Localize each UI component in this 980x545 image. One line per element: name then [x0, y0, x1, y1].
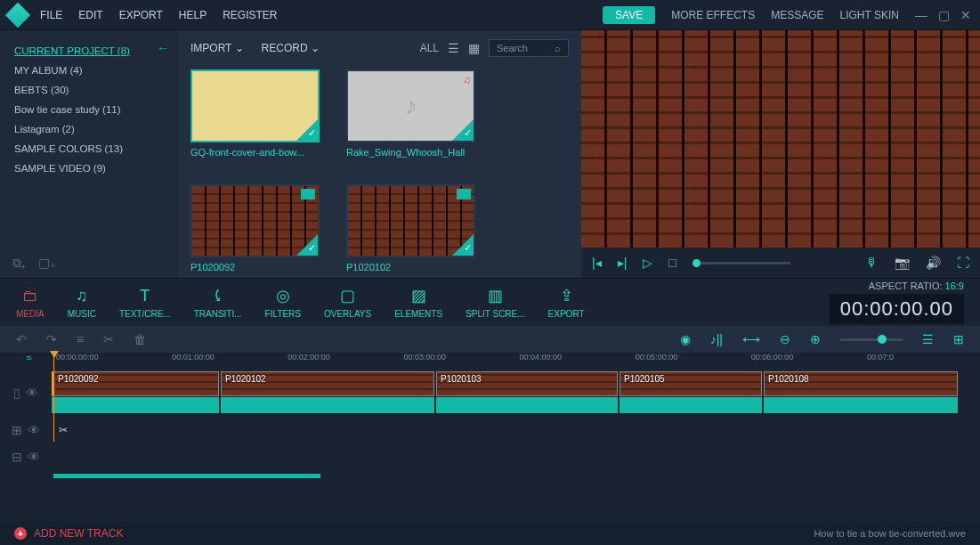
thumb-label: Rake_Swing_Whoosh_Hall [346, 147, 475, 158]
scissors-icon: ✂ [59, 424, 68, 436]
new-folder-icon[interactable]: ⧉₊ [12, 256, 26, 271]
sidebar-item-colors[interactable]: SAMPLE COLORS (13) [14, 139, 164, 159]
video-track: ▯👁 P1020092P1020102P1020103P1020105P1020… [0, 369, 980, 417]
timeline-clip[interactable]: P1020092 [52, 371, 219, 396]
sidebar-item-album[interactable]: MY ALBUM (4) [14, 61, 164, 80]
light-skin-link[interactable]: LIGHT SKIN [840, 9, 899, 21]
overlay-track-icon[interactable]: ⊞ [12, 423, 22, 437]
volume-icon[interactable]: 🔊 [926, 256, 941, 270]
menu-register[interactable]: REGISTER [223, 9, 277, 21]
timeline-clip[interactable]: P1020105 [620, 371, 762, 396]
menu-edit[interactable]: EDIT [78, 9, 102, 21]
fit-icon[interactable]: ⟷ [742, 332, 760, 346]
timecode-display: 00:00:00.00 [830, 294, 964, 324]
new-item-icon[interactable]: ▢₊ [38, 256, 56, 271]
zoom-in-icon[interactable]: ⊕ [810, 332, 821, 346]
preview-controls: |◂ ▸| ▷ □ 🎙 📷 🔊 ⛶ [581, 248, 980, 278]
progress-slider[interactable] [692, 262, 790, 264]
zoom-out-icon[interactable]: ⊖ [780, 332, 790, 346]
plus-icon: + [14, 527, 27, 540]
tab-elements[interactable]: ▨ELEMENTS [394, 286, 442, 319]
grid-view-icon[interactable]: ▦ [468, 41, 480, 55]
redo-icon[interactable]: ↷ [46, 332, 57, 346]
prev-frame-icon[interactable]: ▸| [618, 256, 628, 270]
sidebar-item-listagram[interactable]: Listagram (2) [14, 119, 164, 139]
timeline-clip[interactable]: P1020103 [436, 371, 618, 396]
app-logo [5, 2, 30, 27]
timeline-tracks: ▯👁 P1020092P1020102P1020103P1020105P1020… [0, 369, 980, 481]
playhead[interactable] [53, 353, 54, 442]
menu-icon[interactable]: ☰ [922, 332, 934, 346]
tab-music[interactable]: ♫MUSIC [68, 287, 96, 319]
list-view-icon[interactable]: ☰ [448, 41, 459, 55]
media-thumb[interactable]: P1020102 [346, 184, 475, 272]
folder-icon: 🗀 [22, 287, 38, 305]
edit-tool-icon[interactable]: ≡ [77, 332, 84, 346]
menu-export[interactable]: EXPORT [119, 9, 163, 21]
add-track-button[interactable]: + ADD NEW TRACK [14, 527, 123, 540]
record-dropdown[interactable]: RECORD ⌄ [262, 42, 320, 54]
snapshot-icon[interactable]: 📷 [895, 256, 910, 270]
goto-start-icon[interactable]: |◂ [592, 256, 602, 270]
undo-icon[interactable]: ↶ [16, 332, 27, 346]
import-dropdown[interactable]: IMPORT ⌄ [190, 42, 244, 54]
audio-track-icon[interactable]: ⊟ [12, 450, 22, 464]
close-icon[interactable]: ✕ [960, 8, 971, 22]
timeline-clip[interactable]: P1020108 [764, 371, 958, 396]
timeline-scrollbar[interactable] [53, 474, 962, 481]
main-menu: FILE EDIT EXPORT HELP REGISTER [40, 9, 278, 21]
audio-track: ⊟👁 [0, 443, 980, 470]
menu-help[interactable]: HELP [179, 9, 207, 21]
clips-container[interactable]: P1020092P1020102P1020103P1020105P1020108 [52, 371, 980, 414]
more-effects-link[interactable]: MORE EFFECTS [671, 9, 755, 21]
mic-icon[interactable]: 🎙 [866, 256, 879, 270]
music-icon: ♫ [76, 287, 88, 305]
media-thumb[interactable]: ♫♪ Rake_Swing_Whoosh_Hall [346, 69, 475, 158]
maximize-icon[interactable]: ▢ [938, 8, 950, 22]
menu-file[interactable]: FILE [40, 9, 62, 21]
tab-media[interactable]: 🗀MEDIA [16, 287, 45, 319]
tab-overlays[interactable]: ▢OVERLAYS [324, 286, 371, 319]
back-icon[interactable]: ← [157, 41, 169, 55]
tab-export[interactable]: ⇪EXPORT [548, 286, 585, 319]
sidebar-item-bowtie[interactable]: Bow tie case study (11) [14, 100, 164, 119]
tab-filters[interactable]: ◎FILTERS [265, 286, 301, 319]
video-icon [301, 189, 315, 199]
split-icon: ▥ [488, 286, 503, 305]
fullscreen-icon[interactable]: ⛶ [957, 256, 969, 270]
tab-split[interactable]: ▥SPLIT SCRE... [466, 286, 525, 319]
media-thumb[interactable]: GQ-front-cover-and-bow... [190, 69, 320, 158]
minimize-icon[interactable]: — [915, 8, 927, 22]
stop-icon[interactable]: □ [668, 256, 676, 270]
filter-icon: ◎ [276, 286, 290, 305]
timeline-clip[interactable]: P1020102 [221, 371, 434, 396]
tab-transitions[interactable]: ⤹TRANSITI... [194, 286, 242, 319]
mixer-icon[interactable]: ♪|| [710, 332, 723, 346]
play-icon[interactable]: ▷ [643, 256, 652, 270]
render-icon[interactable]: ◉ [680, 332, 691, 346]
video-track-icon[interactable]: ▯ [13, 386, 20, 400]
sidebar-item-current[interactable]: CURRENT PROJECT (8) [14, 41, 164, 61]
timeline-ruler[interactable]: ⎄ 00:00:00:00 00:01:00:00 00:02:00:00 00… [0, 353, 980, 369]
filter-all[interactable]: ALL [420, 42, 439, 54]
search-icon: ⌕ [555, 43, 561, 53]
thumb-label: P1020102 [346, 262, 475, 272]
project-sidebar: CURRENT PROJECT (8) MY ALBUM (4) BEBTS (… [0, 30, 178, 278]
sidebar-item-bebts[interactable]: BEBTS (30) [14, 80, 164, 100]
eye-icon[interactable]: 👁 [28, 423, 40, 437]
sidebar-item-video[interactable]: SAMPLE VIDEO (9) [14, 159, 164, 178]
zoom-slider[interactable] [840, 338, 903, 341]
message-link[interactable]: MESSAGE [771, 9, 823, 21]
delete-icon[interactable]: 🗑 [134, 332, 146, 346]
cut-icon[interactable]: ✂ [103, 332, 114, 346]
search-input[interactable]: Search⌕ [489, 39, 569, 57]
media-thumb[interactable]: P1020092 [190, 184, 320, 272]
tab-text[interactable]: TTEXT/CRE... [119, 287, 171, 319]
save-button[interactable]: SAVE [603, 6, 655, 24]
transition-icon: ⤹ [211, 286, 224, 305]
eye-icon[interactable]: 👁 [28, 450, 40, 464]
marker-icon[interactable]: ⎄ [27, 353, 31, 362]
preview-panel: |◂ ▸| ▷ □ 🎙 📷 🔊 ⛶ [581, 30, 980, 278]
eye-icon[interactable]: 👁 [26, 386, 38, 400]
settings-icon[interactable]: ⊞ [953, 332, 964, 346]
